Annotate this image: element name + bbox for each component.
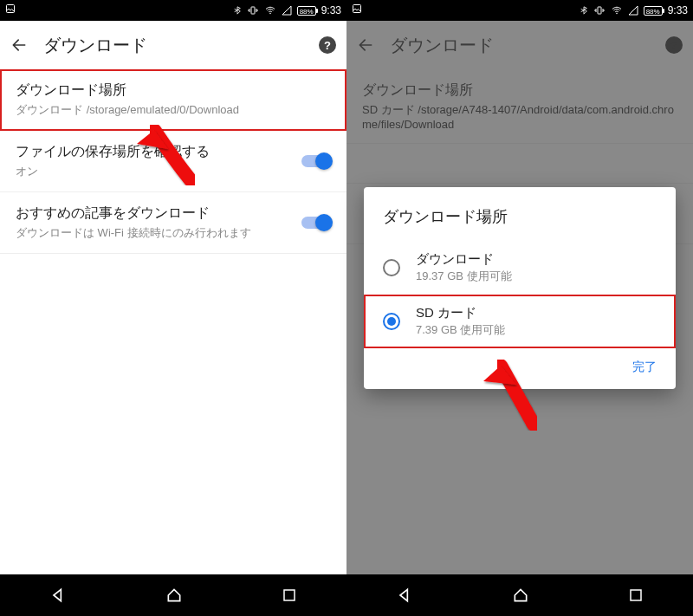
row-title: ファイルの保存場所を確認する [16, 143, 291, 161]
svg-rect-7 [631, 590, 641, 600]
done-button[interactable]: 完了 [632, 360, 657, 373]
option-subtitle: 19.37 GB 使用可能 [416, 269, 512, 284]
nav-recent-icon[interactable] [628, 587, 644, 603]
svg-rect-3 [284, 590, 295, 600]
page-title: ダウンロード [43, 34, 303, 57]
nav-back-icon[interactable] [396, 587, 413, 604]
download-location-dialog: ダウンロード場所 ダウンロード 19.37 GB 使用可能 SD カード 7.3… [364, 187, 676, 389]
header: ダウンロード ? [0, 21, 346, 69]
image-icon [5, 3, 16, 14]
recommend-articles-row[interactable]: おすすめの記事をダウンロード ダウンロードは Wi-Fi 接続時にのみ行われます [0, 192, 346, 254]
radio-unselected-icon[interactable] [383, 259, 400, 276]
screen-right: 88% 9:33 ダウンロード ? ダウンロード場所 SD カード /stora… [346, 0, 693, 616]
help-icon[interactable]: ? [319, 36, 336, 54]
svg-point-6 [616, 13, 618, 15]
option-title: SD カード [416, 305, 505, 321]
location-path: /storage/emulated/0/Download [87, 103, 239, 116]
clock: 9:33 [321, 4, 341, 16]
row-subtitle: ダウンロードは Wi-Fi 接続時にのみ行われます [16, 225, 291, 241]
image-icon [352, 3, 362, 14]
clock: 9:33 [668, 4, 688, 16]
nav-home-icon[interactable] [165, 587, 183, 604]
back-icon[interactable] [10, 36, 28, 54]
battery-icon: 88% [297, 6, 316, 16]
svg-rect-5 [598, 7, 601, 14]
settings-list: ダウンロード場所 ダウンロード /storage/emulated/0/Down… [0, 69, 346, 574]
signal-icon [628, 5, 638, 16]
svg-rect-1 [251, 7, 255, 14]
row-subtitle: ダウンロード /storage/emulated/0/Download [16, 102, 331, 118]
toggle-switch[interactable] [301, 155, 331, 167]
dialog-option-downloads[interactable]: ダウンロード 19.37 GB 使用可能 [364, 241, 676, 295]
nav-home-icon[interactable] [512, 587, 529, 604]
bluetooth-icon [233, 4, 242, 16]
status-bar: 88% 9:33 [346, 0, 693, 21]
svg-rect-4 [353, 5, 361, 13]
confirm-location-row[interactable]: ファイルの保存場所を確認する オン [0, 131, 346, 192]
vibrate-icon [593, 5, 606, 16]
download-location-row[interactable]: ダウンロード場所 ダウンロード /storage/emulated/0/Down… [0, 69, 346, 131]
status-bar: 88% 9:33 [0, 0, 346, 21]
vibrate-icon [247, 5, 259, 16]
nav-bar [346, 574, 693, 616]
battery-icon: 88% [644, 6, 663, 16]
bluetooth-icon [580, 4, 588, 16]
row-title: ダウンロード場所 [16, 81, 331, 100]
svg-point-2 [269, 13, 271, 15]
nav-bar [0, 574, 346, 616]
signal-icon [282, 5, 292, 16]
toggle-switch[interactable] [301, 217, 331, 229]
dialog-title: ダウンロード場所 [364, 206, 676, 241]
row-subtitle: オン [16, 164, 291, 179]
row-title: おすすめの記事をダウンロード [16, 204, 291, 223]
svg-rect-0 [7, 5, 15, 13]
screen-left: 88% 9:33 ダウンロード ? ダウンロード場所 ダウンロード /stora… [0, 0, 346, 616]
nav-recent-icon[interactable] [282, 587, 297, 603]
wifi-icon [611, 5, 623, 16]
nav-back-icon[interactable] [49, 587, 67, 604]
location-type: ダウンロード [16, 103, 87, 116]
option-title: ダウンロード [416, 251, 512, 268]
radio-selected-icon[interactable] [383, 313, 400, 330]
wifi-icon [264, 5, 276, 16]
option-subtitle: 7.39 GB 使用可能 [416, 322, 505, 338]
dialog-option-sdcard[interactable]: SD カード 7.39 GB 使用可能 [364, 295, 676, 348]
